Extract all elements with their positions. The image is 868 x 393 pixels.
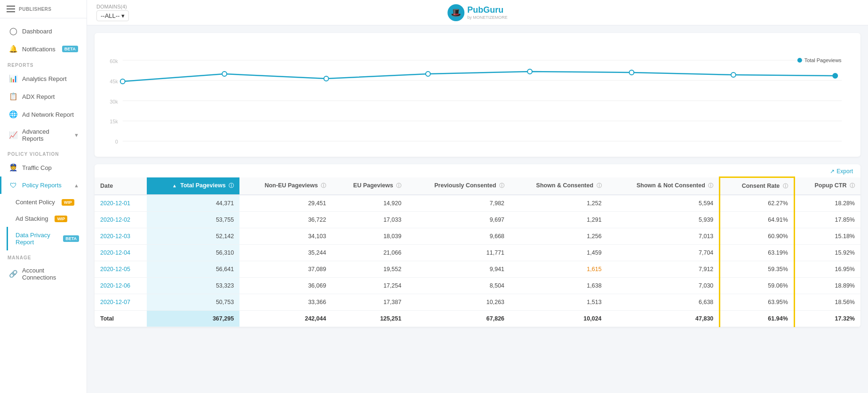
col-prev-consented[interactable]: Previously Consented ⓘ [407,177,510,195]
trafficcop-icon: 👮 [9,163,17,172]
data-table: Date ▲ Total Pageviews ⓘ Non-EU Pageview… [95,176,860,327]
export-icon: ↗ [830,168,835,175]
table-row: 2020-12-0556,64137,08919,5529,9411,6157,… [95,261,860,278]
sidebar-item-label: Traffic Cop [22,164,52,171]
info-icon-5[interactable]: ⓘ [597,183,602,188]
table-row: 2020-12-0750,75333,36617,38710,2631,5136… [95,294,860,311]
table-row: 2020-12-0456,31035,24421,06611,7711,4597… [95,245,860,261]
eu-pv-cell: 125,251 [332,311,407,327]
info-icon-3[interactable]: ⓘ [396,183,401,188]
date-col-label: Date [100,183,113,189]
chart-container: 0 15k 30k 45k 60k [95,33,860,157]
sidebar-item-adnetwork[interactable]: 🌐 Ad Network Report [0,105,87,123]
sidebar-item-label: Advanced Reports [22,128,69,142]
svg-point-14 [527,69,532,74]
sidebar-item-label: Dashboard [22,28,52,35]
sidebar-item-dataprivacy[interactable]: Data Privacy Report BETA [7,227,87,250]
shown-consented-cell: 1,638 [510,278,607,294]
shown-not-consented-label: Shown & Not Consented [637,182,705,189]
shown-consented-cell: 1,256 [510,228,607,245]
prev-consented-cell: 9,697 [407,212,510,228]
sidebar-item-advanced[interactable]: 📈 Advanced Reports ▼ [0,123,87,147]
col-shown-consented[interactable]: Shown & Consented ⓘ [510,177,607,195]
shown-consented-cell: 1,459 [510,245,607,261]
sidebar-item-accountconn[interactable]: 🔗 Account Connections [0,262,87,286]
shown-not-consented-cell: 7,912 [607,261,720,278]
total-pv-cell: 56,310 [147,245,239,261]
sidebar-item-adx[interactable]: 📋 ADX Report [0,88,87,105]
prev-consented-cell: 9,941 [407,261,510,278]
date-cell: 2020-12-01 [95,195,147,212]
consent-rate-cell: 62.27% [720,195,794,212]
eu-pv-cell: 19,552 [332,261,407,278]
reports-section-label: REPORTS [0,58,87,70]
svg-text:45k: 45k [110,79,118,84]
col-date: Date [95,177,147,195]
info-icon-7[interactable]: ⓘ [783,183,788,189]
table-row: 2020-12-0352,14234,10318,0399,6681,2567,… [95,228,860,245]
prev-consented-cell: 67,826 [407,311,510,327]
table-row: Total367,295242,044125,25167,82610,02447… [95,311,860,327]
popup-ctr-cell: 17.85% [794,212,860,228]
eu-pv-cell: 17,033 [332,212,407,228]
shown-not-consented-cell: 5,939 [607,212,720,228]
sidebar-item-dashboard[interactable]: ◯ Dashboard [0,22,87,40]
date-cell: 2020-12-04 [95,245,147,261]
svg-text:0: 0 [115,139,118,144]
shown-consented-label: Shown & Consented [536,182,594,189]
table-row: 2020-12-0253,75536,72217,0339,6971,2915,… [95,212,860,228]
sidebar-item-policyreports[interactable]: 🛡 Policy Reports ▲ [0,176,87,194]
eu-pv-cell: 17,387 [332,294,407,311]
sidebar-item-trafficcop[interactable]: 👮 Traffic Cop [0,159,87,176]
col-non-eu[interactable]: Non-EU Pageviews ⓘ [239,177,332,195]
sidebar-item-adstacking[interactable]: Ad Stacking WIP [7,210,87,227]
svg-point-11 [222,72,227,76]
non-eu-cell: 29,451 [239,195,332,212]
chevron-down-icon: ▼ [74,132,79,138]
consent-rate-cell: 59.06% [720,278,794,294]
prev-consented-cell: 11,771 [407,245,510,261]
shown-consented-cell: 1,513 [510,294,607,311]
table-body: 2020-12-0144,37129,45114,9207,9821,2525,… [95,195,860,327]
export-button[interactable]: ↗ Export [95,164,860,176]
shown-consented-cell: 1,615 [510,261,607,278]
accountconn-icon: 🔗 [9,270,17,278]
info-icon-4[interactable]: ⓘ [499,183,504,188]
sidebar-item-notifications[interactable]: 🔔 Notifications BETA [0,40,87,58]
info-icon-8[interactable]: ⓘ [850,183,855,188]
col-shown-not-consented[interactable]: Shown & Not Consented ⓘ [607,177,720,195]
sidebar-item-contentpolicy[interactable]: Content Policy WIP [7,194,87,210]
table-row: 2020-12-0653,32336,06917,2548,5041,6387,… [95,278,860,294]
info-icon-6[interactable]: ⓘ [708,183,713,188]
sidebar: PUBLISHERS ◯ Dashboard 🔔 Notifications B… [0,0,87,393]
total-pv-cell: 56,641 [147,261,239,278]
domain-dropdown[interactable]: --ALL-- ▾ [96,10,129,21]
policy-reports-icon: 🛡 [9,181,17,189]
date-cell: Total [95,311,147,327]
consent-rate-cell: 63.19% [720,245,794,261]
date-cell: 2020-12-05 [95,261,147,278]
shown-consented-cell: 1,291 [510,212,607,228]
date-cell: 2020-12-06 [95,278,147,294]
non-eu-label: Non-EU Pageviews [264,182,318,189]
info-icon[interactable]: ⓘ [229,183,234,188]
non-eu-cell: 33,366 [239,294,332,311]
sidebar-item-analytics[interactable]: 📊 Analytics Report [0,70,87,88]
hamburger-menu[interactable] [7,6,15,12]
beta-badge-2: BETA [63,235,79,242]
logo-text-group: PubGuru by MONETIZEMORE [467,5,508,20]
col-consent-rate[interactable]: Consent Rate ⓘ [720,177,794,195]
info-icon-2[interactable]: ⓘ [321,183,326,188]
col-eu-pv[interactable]: EU Pageviews ⓘ [332,177,407,195]
shown-consented-cell: 1,252 [510,195,607,212]
export-label: Export [836,168,853,175]
publishers-label: PUBLISHERS [19,7,51,12]
main-content: DOMAINS(4) --ALL-- ▾ 🎩 PubGuru by MONETI… [87,0,868,393]
col-popup-ctr[interactable]: Popup CTR ⓘ [794,177,860,195]
wip-badge: WIP [62,199,74,206]
popup-ctr-label: Popup CTR [814,182,846,189]
adnetwork-icon: 🌐 [9,110,17,119]
advanced-icon: 📈 [9,131,17,139]
sidebar-item-label: Ad Network Report [22,111,74,118]
col-total-pv[interactable]: ▲ Total Pageviews ⓘ [147,177,239,195]
